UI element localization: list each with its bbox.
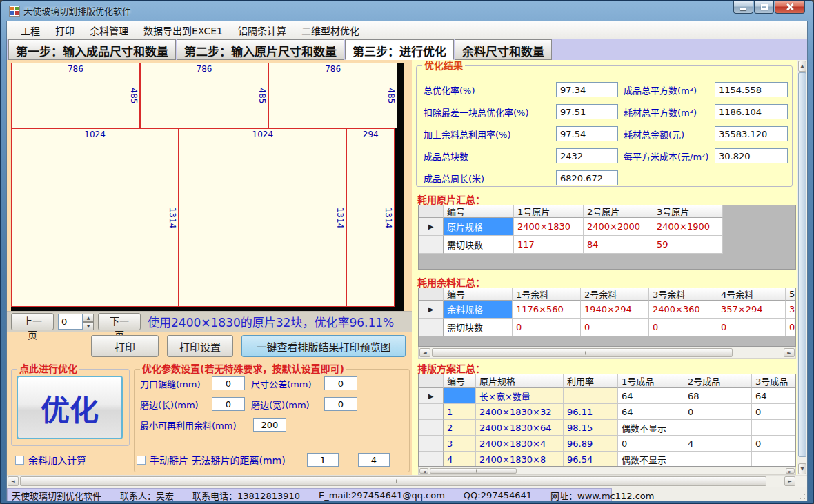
maximize-button[interactable] [754, 1, 774, 14]
grid-header-cell[interactable]: 编号 [444, 205, 514, 218]
print-button[interactable]: 打印 [91, 335, 159, 357]
grid-cell[interactable] [444, 388, 476, 404]
row-header-cell[interactable] [419, 319, 444, 336]
grid-header-cell[interactable]: 1号余料 [513, 288, 581, 301]
row-header-cell[interactable] [419, 436, 444, 452]
grid-cell[interactable]: 64 [618, 388, 684, 404]
scroll-right-icon[interactable]: ► [786, 468, 795, 474]
grid-header-cell[interactable] [419, 288, 444, 301]
row-header-cell[interactable] [419, 420, 444, 436]
grid-header-cell[interactable] [419, 205, 444, 218]
grid-header-cell[interactable]: 1号成品 [618, 374, 684, 388]
page-number-input[interactable] [58, 314, 83, 330]
main-hscrollbar[interactable]: ◄ ► [7, 475, 807, 487]
grid-cell[interactable]: 4 [444, 452, 476, 467]
grid-cell[interactable]: 2400×1830×32 [476, 404, 564, 420]
row-header-cell[interactable] [419, 404, 444, 420]
grid-cell[interactable]: 1176×560 [513, 301, 581, 319]
param-input[interactable] [212, 376, 245, 390]
prev-page-button[interactable]: 上一页 [11, 313, 54, 330]
grid-cell[interactable] [684, 420, 752, 436]
grid-header-cell[interactable]: 2号原片 [584, 205, 653, 218]
include-remnant-checkbox[interactable]: 余料加入计算 [15, 453, 86, 467]
grid-header-cell[interactable]: 2号余料 [581, 288, 649, 301]
grid-header-cell[interactable]: 原片规格 [476, 374, 564, 388]
optimize-button[interactable]: 优化 [17, 376, 123, 439]
scroll-left-icon[interactable]: ◄ [419, 468, 428, 474]
menu-item-4[interactable]: 数据导出到EXCE1 [138, 21, 228, 39]
minimize-button[interactable] [733, 1, 753, 14]
grid-cell[interactable]: 2400×360 [649, 301, 717, 319]
menu-item-5[interactable]: 铝隔条计算 [232, 21, 292, 39]
grid-cell[interactable]: 96.89 [564, 436, 618, 452]
row-label-cell[interactable]: 需切块数 [444, 319, 513, 336]
main-vscrollbar[interactable]: ▲ ▼ [797, 60, 807, 475]
grid-cell[interactable]: 1 [444, 404, 476, 420]
grid-cell[interactable]: 偶数不显示 [618, 420, 684, 436]
result-value-input[interactable] [556, 104, 618, 119]
resize-grip[interactable] [799, 493, 806, 500]
scrollbar-thumb[interactable] [20, 476, 766, 486]
grid-cell[interactable]: 0 [649, 319, 717, 336]
tab-4[interactable]: 余料尺寸和数量 [455, 39, 552, 60]
grid-header-cell[interactable]: 1号原片 [514, 205, 584, 218]
grid-cell[interactable]: 84 [584, 236, 653, 254]
tab-2[interactable]: 第二步：输入原片尺寸和数量 [177, 39, 344, 60]
grid-cell[interactable]: 68 [684, 388, 752, 404]
grid-header-cell[interactable]: 2号成品 [684, 374, 752, 388]
grid-cell[interactable]: 96.11 [564, 404, 618, 420]
grid-cell[interactable]: 3 [444, 436, 476, 452]
grid-header-cell[interactable]: 4号余料 [717, 288, 786, 301]
menu-item-1[interactable]: 工程 [15, 21, 46, 39]
result-value-input[interactable] [715, 148, 788, 163]
grid-cell[interactable]: 偶数不显示 [618, 452, 684, 467]
grid-header-cell[interactable]: 利用率 [564, 374, 618, 388]
grid-cell[interactable]: 4 [684, 436, 752, 452]
manual-break-checkbox[interactable] [137, 456, 146, 465]
grid-cell[interactable]: 98.15 [564, 420, 618, 436]
grid-cell[interactable]: 0 [618, 436, 684, 452]
grid-cell[interactable] [564, 388, 618, 404]
menu-item-2[interactable]: 打印 [50, 21, 80, 39]
grid-cell[interactable]: 0 [581, 319, 649, 336]
result-value-input[interactable] [556, 148, 618, 163]
grid-cell[interactable]: 3 [786, 301, 796, 319]
scrollbar-thumb[interactable] [798, 72, 806, 457]
scroll-down-icon[interactable]: ▼ [798, 463, 806, 474]
grid-header-cell[interactable]: 3号成品 [752, 374, 796, 388]
grid-header-cell[interactable]: 3号余料 [649, 288, 717, 301]
menu-item-3[interactable]: 余料管理 [84, 21, 134, 39]
grid-cell[interactable]: 2400×2000 [584, 218, 653, 236]
menu-item-6[interactable]: 二维型材优化 [296, 21, 365, 39]
grid-cell[interactable]: 0 [786, 319, 796, 336]
row-label-cell[interactable]: 余料规格 [444, 301, 513, 319]
scroll-right-icon[interactable]: ► [784, 476, 795, 486]
spin-up-icon[interactable]: ▲ [83, 314, 94, 322]
grid-cell[interactable]: 2400×1830×64 [476, 420, 564, 436]
param-input[interactable] [324, 376, 357, 390]
scroll-left-icon[interactable]: ◄ [419, 348, 430, 357]
grid-cell[interactable]: 2400×1830 [514, 218, 584, 236]
scroll-right-icon[interactable]: ► [784, 348, 795, 357]
grid-cell[interactable]: 2400×1900 [653, 218, 723, 236]
grid-cell[interactable]: 0 [752, 436, 796, 452]
row-header-cell[interactable]: ▶ [419, 301, 444, 319]
scrollbar-thumb[interactable] [432, 348, 733, 357]
row-header-cell[interactable] [419, 452, 444, 467]
grid-cell[interactable]: 2 [444, 420, 476, 436]
grid-header-cell[interactable]: 编号 [444, 288, 513, 301]
row-label-cell[interactable]: 原片规格 [444, 218, 514, 236]
grid-cell[interactable]: 64 [752, 388, 796, 404]
scroll-up-icon[interactable]: ▲ [798, 61, 806, 72]
tab-1[interactable]: 第一步：输入成品尺寸和数量 [8, 39, 176, 60]
next-page-button[interactable]: 下一页 [98, 313, 141, 330]
grid-header-cell[interactable] [419, 374, 444, 388]
result-value-input[interactable] [556, 82, 618, 97]
grid-cell[interactable]: 0 [717, 319, 786, 336]
manual-break-to-input[interactable] [358, 453, 390, 467]
grid-header-cell[interactable]: 编号 [444, 374, 476, 388]
grid-cell[interactable]: 0 [752, 404, 796, 420]
close-button[interactable] [775, 1, 805, 14]
grid-cell[interactable]: 长×宽×数量 [476, 388, 564, 404]
grid-cell[interactable] [684, 452, 752, 467]
